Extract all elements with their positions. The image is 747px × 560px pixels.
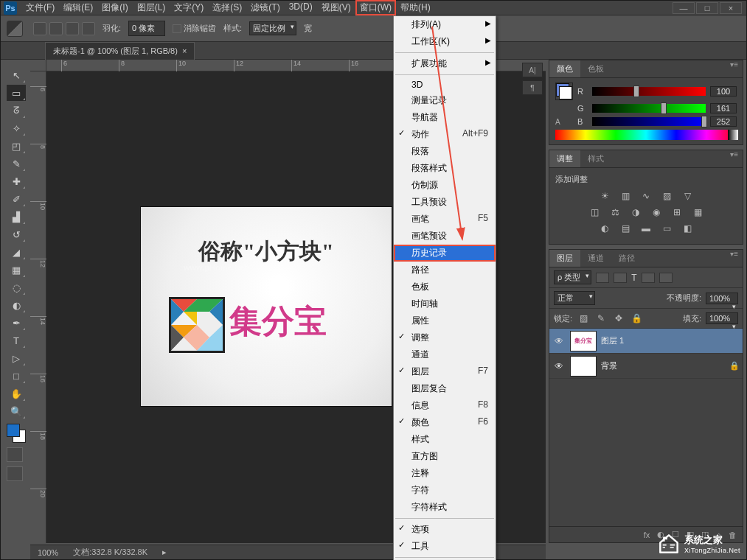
menu-item-时间轴[interactable]: 时间轴: [394, 295, 496, 312]
filter-text-icon[interactable]: T: [631, 273, 636, 283]
tool-history-brush[interactable]: ↺: [7, 226, 26, 242]
menu-item-3D[interactable]: 3D: [394, 77, 496, 92]
menu-item-色板[interactable]: 色板: [394, 279, 496, 295]
color-picker[interactable]: [7, 424, 26, 443]
tool-crop[interactable]: ◰: [7, 138, 26, 154]
tool-gradient[interactable]: ▦: [7, 262, 26, 278]
menu-item-测量记录[interactable]: 测量记录: [394, 92, 496, 109]
menu-item-图层复合[interactable]: 图层复合: [394, 380, 496, 397]
menu-v[interactable]: 视图(V): [317, 0, 355, 15]
menu-item-仿制源[interactable]: 仿制源: [394, 177, 496, 194]
menu-item-注释[interactable]: 注释: [394, 465, 496, 482]
menu-e[interactable]: 编辑(E): [59, 0, 97, 15]
mixer-icon[interactable]: ⊞: [670, 206, 684, 219]
visibility-icon[interactable]: 👁: [552, 361, 566, 371]
tab-color[interactable]: 颜色: [549, 60, 580, 77]
menu-item-工具[interactable]: ✓工具: [394, 538, 496, 555]
menu-item-路径[interactable]: 路径: [394, 262, 496, 279]
tool-path-sel[interactable]: ▷: [7, 350, 26, 366]
type-panel-icon[interactable]: A|: [522, 63, 543, 77]
menu-item-通道[interactable]: 通道: [394, 346, 496, 363]
filter-shape-icon[interactable]: [642, 273, 655, 283]
zoom-value[interactable]: 100%: [38, 548, 58, 557]
feather-input[interactable]: 0 像素: [128, 21, 165, 36]
layer-footer-icon[interactable]: fx: [644, 531, 650, 539]
menu-item-段落样式[interactable]: 段落样式: [394, 160, 496, 177]
menu-item-字符[interactable]: 字符: [394, 482, 496, 499]
screen-mode-icon[interactable]: [7, 466, 23, 481]
tool-eraser[interactable]: ◢: [7, 244, 26, 260]
menu-dd[interactable]: 3D(D): [285, 0, 317, 15]
filter-adjust-icon[interactable]: [614, 273, 627, 283]
menu-item-画笔[interactable]: 画笔F5: [394, 211, 496, 228]
foreground-background-swatch[interactable]: [555, 83, 573, 100]
menu-item-直方图[interactable]: 直方图: [394, 448, 496, 465]
tab-layers[interactable]: 图层: [549, 250, 580, 267]
menu-item-颜色[interactable]: ✓颜色F6: [394, 414, 496, 431]
visibility-icon[interactable]: 👁: [552, 336, 566, 346]
tool-marquee[interactable]: ▭: [7, 85, 26, 101]
bw-icon[interactable]: ◑: [629, 206, 642, 219]
lookup-icon[interactable]: ▦: [691, 206, 704, 219]
tab-swatches[interactable]: 色板: [580, 60, 611, 77]
filter-smart-icon[interactable]: [659, 273, 673, 283]
r-slider[interactable]: [592, 87, 706, 96]
gradient-map-icon[interactable]: ▭: [660, 222, 673, 235]
menu-w[interactable]: 窗口(W): [355, 0, 396, 15]
tab-adjust[interactable]: 调整: [549, 150, 580, 167]
menu-item-信息[interactable]: 信息F8: [394, 397, 496, 414]
opacity-input[interactable]: 100%: [706, 293, 738, 304]
hue-icon[interactable]: ◫: [588, 206, 601, 219]
selection-add-icon[interactable]: [49, 22, 63, 35]
lock-pixels-icon[interactable]: ✎: [594, 312, 608, 325]
b-slider[interactable]: [592, 117, 706, 126]
menu-item-段落[interactable]: 段落: [394, 143, 496, 160]
tool-pen[interactable]: ✒: [7, 315, 26, 331]
tool-dodge[interactable]: ◐: [7, 297, 26, 313]
tool-magic-wand[interactable]: ✧: [7, 120, 26, 136]
menu-item-图层[interactable]: ✓图层F7: [394, 363, 496, 380]
close-button[interactable]: ×: [720, 2, 742, 14]
menu-item-排列(A)[interactable]: 排列(A)▶: [394, 16, 496, 33]
vibrance-icon[interactable]: ▽: [681, 189, 694, 203]
tool-brush[interactable]: ✐: [7, 191, 26, 207]
lock-transparency-icon[interactable]: ▨: [577, 312, 590, 325]
tool-zoom[interactable]: 🔍: [7, 403, 26, 419]
document-tab-close-icon[interactable]: ×: [182, 46, 187, 55]
menu-item-动作[interactable]: ✓动作Alt+F9: [394, 126, 496, 143]
balance-icon[interactable]: ⚖: [608, 206, 622, 219]
layer-row[interactable]: 👁背景🔒: [549, 354, 743, 379]
brightness-icon[interactable]: ☀: [598, 189, 611, 203]
filter-image-icon[interactable]: [596, 273, 609, 283]
menu-item-扩展功能[interactable]: 扩展功能▶: [394, 55, 496, 72]
menu-item-调整[interactable]: ✓调整: [394, 329, 496, 346]
minimize-button[interactable]: —: [673, 2, 695, 14]
tool-eyedropper[interactable]: ✎: [7, 155, 26, 172]
maximize-button[interactable]: □: [696, 2, 718, 14]
menu-s[interactable]: 选择(S): [208, 0, 246, 15]
blend-mode-select[interactable]: 正常: [554, 291, 595, 305]
paragraph-panel-icon[interactable]: ¶: [522, 80, 543, 95]
tab-channels[interactable]: 通道: [580, 250, 611, 267]
selection-sub-icon[interactable]: [66, 22, 79, 35]
adjust-panel-menu-icon[interactable]: ▾≡: [726, 150, 743, 167]
menu-l[interactable]: 图层(L): [133, 0, 170, 15]
menu-item-导航器[interactable]: 导航器: [394, 109, 496, 126]
layer-filter-type[interactable]: ρ 类型: [554, 270, 591, 284]
document-canvas[interactable]: 俗称"小方块" www.pHome.Net 集分宝: [141, 207, 392, 406]
tool-shape[interactable]: □: [7, 368, 26, 384]
r-value[interactable]: 100: [710, 86, 737, 97]
filter-icon[interactable]: ◉: [650, 206, 663, 219]
menu-item-字符样式[interactable]: 字符样式: [394, 499, 496, 516]
tool-hand[interactable]: ✋: [7, 385, 26, 402]
levels-icon[interactable]: ▥: [619, 189, 632, 203]
tab-paths[interactable]: 路径: [611, 250, 642, 267]
layers-panel-menu-icon[interactable]: ▾≡: [726, 250, 743, 267]
tool-move[interactable]: ↖: [7, 67, 26, 83]
antialias-checkbox[interactable]: [173, 24, 181, 33]
exposure-icon[interactable]: ▨: [660, 189, 673, 203]
hue-strip[interactable]: [555, 130, 737, 140]
menu-item-样式[interactable]: 样式: [394, 431, 496, 448]
quick-mask-icon[interactable]: [7, 447, 23, 462]
selection-int-icon[interactable]: [82, 22, 95, 35]
